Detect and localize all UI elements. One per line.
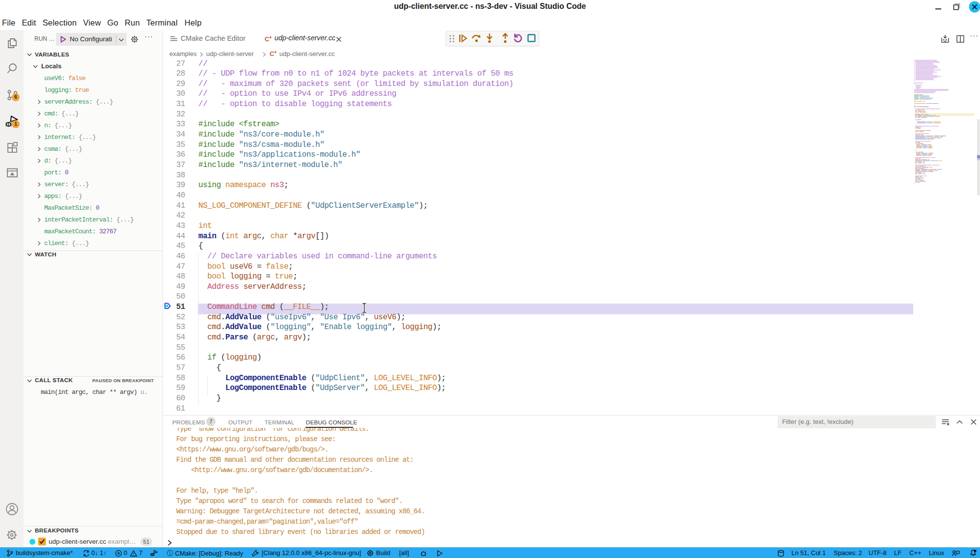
svg-text:C: C [270,50,274,57]
svg-text:C: C [265,35,270,43]
